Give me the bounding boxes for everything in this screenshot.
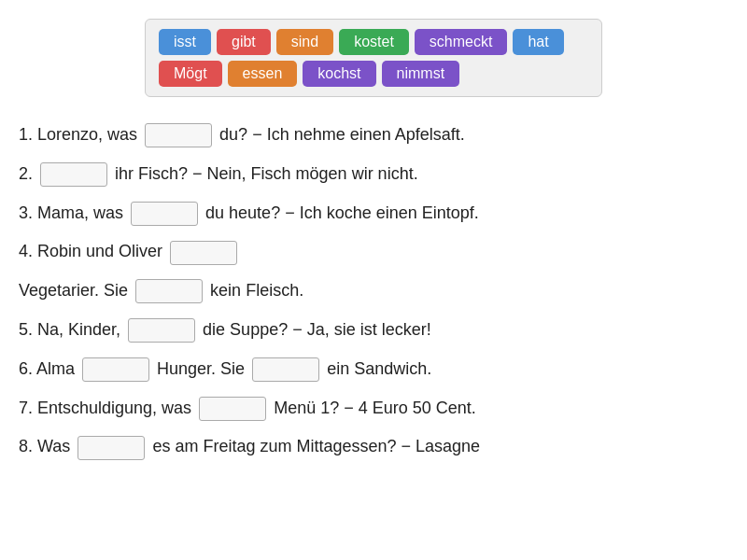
blank-4[interactable] xyxy=(170,241,237,265)
sentence-6: 6. Alma Hunger. Sie ein Sandwich. xyxy=(19,352,728,387)
word-chip-essen[interactable]: essen xyxy=(228,61,298,87)
sentence-7: 7. Entschuldigung, was Menü 1? − 4 Euro … xyxy=(19,391,728,427)
word-chip-kostet[interactable]: kostet xyxy=(339,29,409,55)
sentence-2: 2. ihr Fisch? − Nein, Fisch mögen wir ni… xyxy=(19,157,728,192)
sentence-1: 1. Lorenzo, was du? − Ich nehme einen Ap… xyxy=(19,118,728,153)
word-chip-nimmst[interactable]: nimmst xyxy=(382,61,460,87)
word-chip-hat[interactable]: hat xyxy=(513,29,563,55)
word-chip-schmeckt[interactable]: schmeckt xyxy=(415,29,508,55)
word-chip-gibt[interactable]: gibt xyxy=(217,29,271,55)
word-chip-kochst[interactable]: kochst xyxy=(303,61,375,87)
main-container: isst gibt sind kostet schmeckt hat Mögt … xyxy=(19,19,728,469)
blank-1[interactable] xyxy=(145,123,212,147)
word-chip-isst[interactable]: isst xyxy=(159,29,211,55)
blank-6[interactable] xyxy=(128,318,195,343)
word-chip-moegt[interactable]: Mögt xyxy=(159,61,222,87)
blank-7[interactable] xyxy=(82,357,149,382)
sentence-3: 3. Mama, was du heute? − Ich koche einen… xyxy=(19,196,728,231)
blank-5[interactable] xyxy=(135,279,203,303)
blank-3[interactable] xyxy=(131,202,198,226)
sentence-5: 5. Na, Kinder, die Suppe? − Ja, sie ist … xyxy=(19,313,728,348)
blank-9[interactable] xyxy=(199,397,266,421)
blank-8[interactable] xyxy=(252,357,319,382)
blank-10[interactable] xyxy=(78,436,145,460)
sentences-area: 1. Lorenzo, was du? − Ich nehme einen Ap… xyxy=(19,118,728,465)
sentence-4: 4. Robin und Oliver xyxy=(19,234,728,270)
blank-2[interactable] xyxy=(40,162,107,187)
word-chip-sind[interactable]: sind xyxy=(276,29,333,55)
sentence-4b: Vegetarier. Sie kein Fleisch. xyxy=(19,273,728,309)
sentence-8: 8. Was es am Freitag zum Mittagessen? − … xyxy=(19,429,728,465)
word-bank: isst gibt sind kostet schmeckt hat Mögt … xyxy=(145,19,602,97)
